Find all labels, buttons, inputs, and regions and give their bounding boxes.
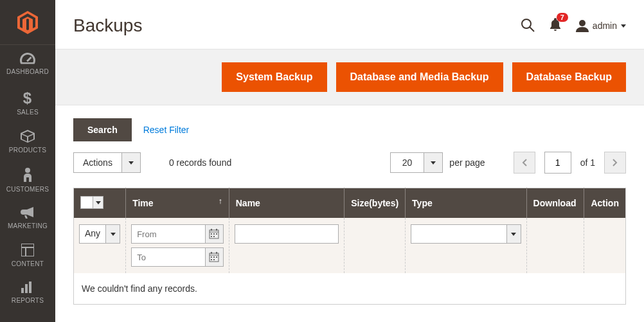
column-header-select[interactable] <box>74 188 126 219</box>
dashboard-icon <box>20 53 35 64</box>
bar-chart-icon <box>21 282 34 293</box>
search-icon <box>521 18 535 32</box>
svg-rect-2 <box>21 244 34 256</box>
sidebar-item-sales[interactable]: $ SALES <box>0 82 55 122</box>
svg-rect-17 <box>216 233 217 235</box>
type-filter-dropdown[interactable] <box>411 224 521 244</box>
chevron-down-icon <box>424 153 442 172</box>
name-filter-input[interactable] <box>235 224 339 244</box>
per-page-selector: 20 per page <box>390 152 485 173</box>
prev-page-button[interactable] <box>514 152 535 174</box>
sort-asc-icon: ↑ <box>219 197 222 206</box>
grid-container: Time ↑ Name Size(bytes) Type Download Ac… <box>55 180 644 305</box>
topbar: Backups 7 admin <box>55 0 644 49</box>
empty-message: We couldn't find any records. <box>74 273 626 305</box>
sidebar-item-label: MARKETING <box>3 222 53 229</box>
svg-rect-27 <box>211 259 212 260</box>
per-page-dropdown[interactable]: 20 <box>390 152 443 173</box>
svg-rect-25 <box>213 256 215 258</box>
svg-rect-24 <box>211 256 212 258</box>
chevron-down-icon <box>621 24 626 28</box>
user-menu[interactable]: admin <box>576 19 626 32</box>
filter-cell-size <box>344 218 406 273</box>
filter-cell-download <box>526 218 584 273</box>
box-icon <box>21 130 35 143</box>
grid-toolbar: Actions 0 records found 20 per page of 1 <box>55 141 644 180</box>
chevron-left-icon <box>522 159 527 166</box>
svg-text:$: $ <box>23 89 32 105</box>
column-header-time[interactable]: Time ↑ <box>126 188 229 219</box>
per-page-label: per page <box>449 157 485 168</box>
svg-rect-16 <box>213 233 215 235</box>
calendar-icon[interactable] <box>205 248 223 266</box>
select-all-checkbox[interactable] <box>80 196 103 209</box>
filter-row-cells: Any <box>74 218 626 273</box>
svg-point-10 <box>579 20 586 26</box>
sidebar-item-dashboard[interactable]: DASHBOARD <box>0 45 55 82</box>
svg-rect-28 <box>213 259 215 260</box>
sidebar-item-label: SALES <box>3 109 53 116</box>
svg-rect-19 <box>213 236 215 237</box>
notification-badge: 7 <box>557 13 568 22</box>
pager: of 1 <box>514 152 626 174</box>
filter-cell-type <box>406 218 526 273</box>
column-header-action[interactable]: Action <box>584 188 626 219</box>
column-header-name[interactable]: Name <box>229 188 344 219</box>
chevron-down-icon <box>121 153 140 172</box>
page-input[interactable] <box>544 152 571 174</box>
column-header-download[interactable]: Download <box>526 188 584 219</box>
records-count: 0 records found <box>169 157 231 168</box>
user-icon <box>576 19 589 32</box>
search-filter-button[interactable]: Search <box>73 118 132 141</box>
next-page-button[interactable] <box>604 152 626 174</box>
dollar-icon: $ <box>22 89 33 105</box>
search-button[interactable] <box>521 18 535 34</box>
chevron-right-icon <box>613 159 618 166</box>
sidebar: DASHBOARD $ SALES PRODUCTS CUSTOMERS MAR… <box>0 0 55 322</box>
filter-row: Search Reset Filter <box>55 105 644 141</box>
sidebar-item-label: DASHBOARD <box>3 68 53 75</box>
column-header-size[interactable]: Size(bytes) <box>344 188 406 219</box>
megaphone-icon <box>21 207 35 219</box>
svg-point-8 <box>522 19 531 28</box>
sidebar-item-label: CUSTOMERS <box>3 186 53 193</box>
magento-logo[interactable] <box>0 0 55 45</box>
svg-rect-15 <box>211 233 212 235</box>
sidebar-item-marketing[interactable]: MARKETING <box>0 199 55 236</box>
svg-rect-26 <box>216 256 217 258</box>
svg-rect-5 <box>21 288 24 293</box>
select-filter-dropdown[interactable]: Any <box>79 224 120 244</box>
svg-rect-6 <box>25 284 28 293</box>
calendar-icon[interactable] <box>205 225 223 243</box>
notifications-button[interactable]: 7 <box>549 18 562 34</box>
top-actions: 7 admin <box>521 18 626 34</box>
sidebar-item-customers[interactable]: CUSTOMERS <box>0 160 55 199</box>
svg-rect-13 <box>211 229 212 231</box>
svg-rect-18 <box>211 236 212 237</box>
filter-cell-time <box>126 218 229 273</box>
sidebar-item-label: REPORTS <box>3 297 53 304</box>
filter-cell-select: Any <box>74 218 126 273</box>
db-backup-button[interactable]: Database Backup <box>512 62 626 92</box>
sidebar-item-content[interactable]: CONTENT <box>0 236 55 274</box>
svg-line-9 <box>530 27 534 31</box>
backups-grid: Time ↑ Name Size(bytes) Type Download Ac… <box>73 188 626 305</box>
chevron-down-icon <box>506 225 521 243</box>
hexagon-m-icon <box>16 11 39 34</box>
svg-rect-14 <box>216 229 217 231</box>
sidebar-item-products[interactable]: PRODUCTS <box>0 122 55 160</box>
sidebar-item-label: CONTENT <box>3 260 53 267</box>
page-of-label: of 1 <box>580 157 595 168</box>
reset-filter-link[interactable]: Reset Filter <box>143 125 190 135</box>
empty-row: We couldn't find any records. <box>74 273 626 305</box>
layout-icon <box>21 244 34 256</box>
filter-cell-action <box>584 218 626 273</box>
mass-actions-dropdown[interactable]: Actions <box>73 152 141 173</box>
svg-rect-22 <box>211 252 212 254</box>
system-backup-button[interactable]: System Backup <box>222 62 326 92</box>
db-media-backup-button[interactable]: Database and Media Backup <box>336 62 503 92</box>
sidebar-item-label: PRODUCTS <box>3 147 53 154</box>
svg-point-1 <box>25 168 30 173</box>
sidebar-item-reports[interactable]: REPORTS <box>0 274 55 310</box>
column-header-type[interactable]: Type <box>406 188 526 219</box>
